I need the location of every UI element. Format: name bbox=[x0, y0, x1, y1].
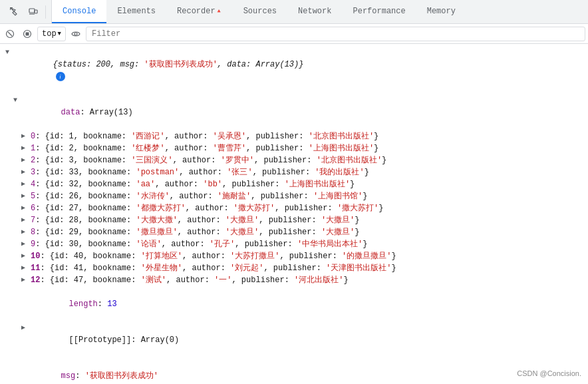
item-2-content: 2: {id: 3, bookname: '三国演义', author: '罗贯… bbox=[31, 154, 585, 166]
length-line: length: 13 bbox=[0, 286, 588, 322]
msg-content: msg: '获取图书列表成功' bbox=[23, 358, 585, 384]
item-3-toggle[interactable] bbox=[21, 166, 29, 178]
root-object-line: {status: 200, msg: '获取图书列表成功', data: Arr… bbox=[0, 47, 588, 95]
svg-point-9 bbox=[74, 33, 77, 35]
item-10-toggle[interactable] bbox=[21, 250, 29, 262]
item-0: 0: {id: 1, bookname: '西游记', author: '吴承恩… bbox=[0, 130, 588, 142]
tab-sources[interactable]: Sources bbox=[233, 0, 287, 23]
item-2-toggle[interactable] bbox=[21, 154, 29, 166]
item-3-content: 3: {id: 33, bookname: 'postman', author:… bbox=[31, 166, 585, 178]
info-icon: i bbox=[56, 72, 65, 81]
item-9: 9: {id: 30, bookname: '论语', author: '孔子'… bbox=[0, 238, 588, 250]
item-8-toggle[interactable] bbox=[21, 226, 29, 238]
filter-input[interactable] bbox=[86, 27, 585, 41]
item-11-toggle[interactable] bbox=[21, 262, 29, 274]
tab-network[interactable]: Network bbox=[287, 0, 342, 23]
tab-performance[interactable]: Performance bbox=[342, 0, 416, 23]
array-prototype-line: [[Prototype]]: Array(0) bbox=[0, 322, 588, 358]
item-9-toggle[interactable] bbox=[21, 238, 29, 250]
msg-line: msg: '获取图书列表成功' bbox=[0, 358, 588, 384]
chevron-down-icon: ▼ bbox=[58, 31, 61, 37]
item-5-content: 5: {id: 26, bookname: '水浒传', author: '施耐… bbox=[31, 190, 585, 202]
item-7-content: 7: {id: 28, bookname: '大撒大撒', author: '大… bbox=[31, 214, 585, 226]
item-10: 10: {id: 40, bookname: '打算地区', author: '… bbox=[0, 250, 588, 262]
device-icon[interactable] bbox=[25, 4, 41, 20]
item-0-content: 0: {id: 1, bookname: '西游记', author: '吴承恩… bbox=[31, 130, 585, 142]
data-array-line: data: Array(13) bbox=[0, 95, 588, 130]
svg-rect-8 bbox=[26, 32, 29, 35]
array-prototype-content: [[Prototype]]: Array(0) bbox=[31, 322, 585, 358]
item-11: 11: {id: 41, bookname: '外星生物', author: '… bbox=[0, 262, 588, 274]
item-6-content: 6: {id: 27, bookname: '都撒大苏打', author: '… bbox=[31, 202, 585, 214]
item-6-toggle[interactable] bbox=[21, 202, 29, 214]
item-0-toggle[interactable] bbox=[21, 130, 29, 142]
tab-console[interactable]: Console bbox=[52, 0, 106, 23]
tab-recorder[interactable]: Recorder 🔺 bbox=[166, 0, 233, 23]
item-8: 8: {id: 29, bookname: '撒旦撒旦', author: '大… bbox=[0, 226, 588, 238]
divider bbox=[45, 5, 46, 19]
toolbar: top ▼ bbox=[0, 24, 588, 44]
eye-icon[interactable] bbox=[69, 27, 83, 41]
item-12-content: 12: {id: 47, bookname: '测试', author: '一'… bbox=[31, 274, 585, 286]
item-2: 2: {id: 3, bookname: '三国演义', author: '罗贯… bbox=[0, 154, 588, 166]
tab-bar-icons bbox=[3, 0, 52, 23]
tab-bar: Console Elements Recorder 🔺 Sources Netw… bbox=[0, 0, 588, 24]
svg-line-6 bbox=[8, 32, 12, 36]
clear-icon[interactable] bbox=[3, 27, 17, 41]
item-3: 3: {id: 33, bookname: 'postman', author:… bbox=[0, 166, 588, 178]
data-content: data: Array(13) bbox=[23, 95, 585, 130]
item-10-content: 10: {id: 40, bookname: '打算地区', author: '… bbox=[31, 250, 585, 262]
item-6: 6: {id: 27, bookname: '都撒大苏打', author: '… bbox=[0, 202, 588, 214]
length-content: length: 13 bbox=[31, 286, 585, 322]
context-label: top bbox=[42, 29, 57, 39]
item-8-content: 8: {id: 29, bookname: '撒旦撒旦', author: '大… bbox=[31, 226, 585, 238]
tab-memory[interactable]: Memory bbox=[416, 0, 466, 23]
root-content: {status: 200, msg: '获取图书列表成功', data: Arr… bbox=[15, 47, 585, 95]
svg-rect-3 bbox=[35, 10, 37, 13]
item-12-toggle[interactable] bbox=[21, 274, 29, 286]
item-1: 1: {id: 2, bookname: '红楼梦', author: '曹雪芹… bbox=[0, 142, 588, 154]
item-5-toggle[interactable] bbox=[21, 190, 29, 202]
console-wrapper: {status: 200, msg: '获取图书列表成功', data: Arr… bbox=[0, 44, 588, 384]
item-11-content: 11: {id: 41, bookname: '外星生物', author: '… bbox=[31, 262, 585, 274]
stop-icon[interactable] bbox=[20, 27, 35, 41]
inspect-icon[interactable] bbox=[7, 4, 23, 20]
item-1-content: 1: {id: 2, bookname: '红楼梦', author: '曹雪芹… bbox=[31, 142, 585, 154]
item-4-content: 4: {id: 32, bookname: 'aa', author: 'bb'… bbox=[31, 178, 585, 190]
item-9-content: 9: {id: 30, bookname: '论语', author: '孔子'… bbox=[31, 238, 585, 250]
tabs: Console Elements Recorder 🔺 Sources Netw… bbox=[52, 0, 585, 23]
watermark: CSDN @Concision. bbox=[517, 369, 581, 377]
tab-elements[interactable]: Elements bbox=[106, 0, 166, 23]
svg-rect-1 bbox=[10, 7, 11, 10]
root-toggle[interactable] bbox=[5, 47, 13, 59]
item-4-toggle[interactable] bbox=[21, 178, 29, 190]
console-content: {status: 200, msg: '获取图书列表成功', data: Arr… bbox=[0, 44, 588, 384]
item-7-toggle[interactable] bbox=[21, 214, 29, 226]
array-prototype-toggle[interactable] bbox=[21, 322, 29, 334]
svg-rect-2 bbox=[29, 9, 35, 13]
item-7: 7: {id: 28, bookname: '大撒大撒', author: '大… bbox=[0, 214, 588, 226]
context-selector[interactable]: top ▼ bbox=[37, 27, 66, 41]
data-toggle[interactable] bbox=[13, 95, 21, 106]
item-12: 12: {id: 47, bookname: '测试', author: '一'… bbox=[0, 274, 588, 286]
item-5: 5: {id: 26, bookname: '水浒传', author: '施耐… bbox=[0, 190, 588, 202]
item-4: 4: {id: 32, bookname: 'aa', author: 'bb'… bbox=[0, 178, 588, 190]
item-1-toggle[interactable] bbox=[21, 142, 29, 154]
